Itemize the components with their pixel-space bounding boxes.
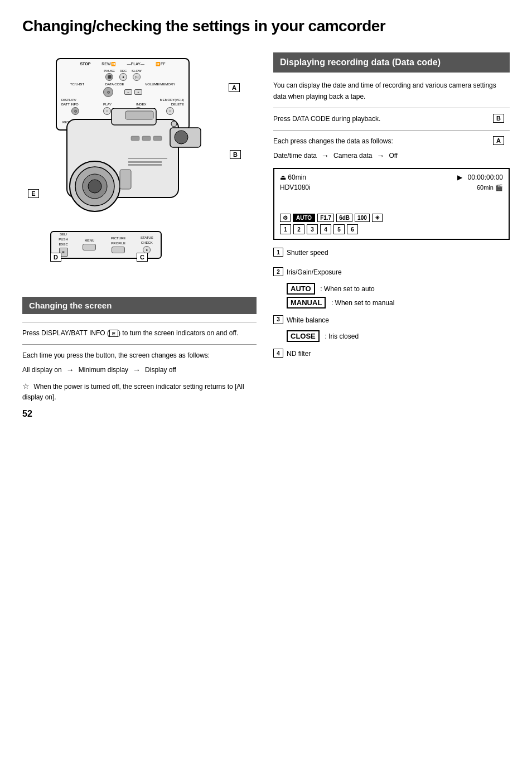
svg-point-6 [175, 131, 188, 144]
step-1-text: Shutter speed [287, 248, 328, 258]
step-4-text: ND filter [287, 349, 311, 359]
label-C: C [137, 253, 148, 262]
changing-screen-header: Changing the screen [22, 297, 257, 314]
display-remaining: 60min 🎬 [477, 184, 503, 191]
icon-aperture: F1.7 [317, 214, 334, 222]
num-2: 2 [293, 224, 304, 234]
arrow2: → [133, 365, 141, 374]
changing-screen-text2: Each time you press the button, the scre… [22, 350, 257, 361]
num-3: 3 [307, 224, 318, 234]
rarrow2: → [376, 151, 384, 160]
auto-label: AUTO [287, 283, 315, 295]
two-column-layout: STOP REW⏪ —PLAY— ⏩FF PAUSE ⬛ REC ● [22, 52, 510, 408]
page-number: 52 [22, 409, 32, 419]
display-numbers-row: 1 2 3 4 5 6 [280, 224, 503, 234]
label-B-right: B [493, 114, 504, 123]
rseq-3: Off [389, 152, 398, 160]
displaying-data-header: Displaying recording data (Data code) [273, 52, 510, 73]
seq-step2: Minimum display [79, 366, 128, 374]
camera-body [33, 108, 223, 237]
step-1-container: 1 Shutter speed [273, 248, 510, 263]
step-3-container: 3 White balance CLOSE : Iris closed [273, 315, 510, 344]
right-section-B: Press DATA CODE during playback. B [273, 114, 510, 124]
num-5: 5 [333, 224, 345, 234]
left-column: STOP REW⏪ —PLAY— ⏩FF PAUSE ⬛ REC ● [22, 52, 257, 408]
svg-rect-14 [128, 161, 162, 163]
display-row1: ⏏ 60min ▶ 00:00:00:00 [280, 173, 503, 181]
seq-step3: Display off [145, 366, 176, 374]
icon-gain: 6dB [336, 214, 352, 222]
num-4: 4 [320, 224, 331, 234]
step-3-box: 3 [273, 315, 283, 324]
close-label: CLOSE [287, 330, 320, 342]
camcorder-diagram: STOP REW⏪ —PLAY— ⏩FF PAUSE ⬛ REC ● [22, 52, 245, 287]
svg-rect-16 [120, 170, 131, 189]
label-E: E [28, 189, 39, 198]
arrow1: → [66, 365, 74, 374]
right-arrow-seq: Date/time data → Camera data → Off [273, 151, 510, 160]
tip-text: ☆ When the power is turned off, the scre… [22, 380, 257, 403]
icon-auto: AUTO [293, 214, 315, 222]
rseq-1: Date/time data [273, 152, 317, 160]
icon-settings: ⚙ [280, 214, 291, 222]
tip-icon: ☆ [22, 382, 30, 390]
step-4-box: 4 [273, 349, 283, 358]
data-display-box: ⏏ 60min ▶ 00:00:00:00 HDV1080i 60min 🎬 ⚙… [273, 168, 510, 240]
display-format: HDV1080i [280, 184, 311, 191]
page-title: Changing/checking the settings in your c… [22, 17, 510, 36]
svg-rect-11 [125, 111, 153, 119]
right-column: Displaying recording data (Data code) Yo… [273, 52, 510, 408]
step-4-container: 4 ND filter [273, 349, 510, 364]
rseq-2: Camera data [333, 152, 372, 160]
svg-rect-9 [142, 136, 151, 141]
step-1-box: 1 [273, 248, 283, 257]
changing-screen-text1: Press DISPLAY/BATT INFO (E) to turn the … [22, 328, 257, 339]
rarrow1: → [321, 151, 329, 160]
step-2-container: 2 Iris/Gain/Exposure AUTO : When set to … [273, 267, 510, 311]
svg-rect-8 [131, 136, 139, 141]
icon-iso: 100 [355, 214, 370, 222]
step-2-box: 2 [273, 267, 283, 276]
num-6: 6 [347, 224, 358, 234]
svg-point-4 [88, 180, 101, 193]
step-2-content: Iris/Gain/Exposure AUTO : When set to au… [287, 267, 394, 311]
right-section-A: Each press changes the data as follows: … [273, 136, 510, 147]
svg-point-12 [171, 121, 177, 127]
label-D: D [50, 253, 61, 262]
step-3-content: White balance CLOSE : Iris closed [287, 315, 359, 344]
label-A: A [229, 83, 240, 92]
changing-screen-section: Changing the screen Press DISPLAY/BATT I… [22, 297, 257, 403]
label-A-right: A [493, 136, 504, 145]
display-play-time: ▶ 00:00:00:00 [457, 173, 503, 181]
label-B: B [230, 150, 241, 159]
right-body-text1: You can display the date and time of rec… [273, 80, 510, 102]
svg-rect-10 [153, 136, 162, 141]
display-tape-icon: ⏏ 60min [280, 173, 306, 181]
manual-label: MANUAL [287, 297, 326, 308]
arrow-sequence: All display on → Minimum display → Displ… [22, 365, 257, 374]
seq-step1: All display on [22, 366, 62, 374]
svg-rect-15 [128, 164, 162, 166]
display-row2: HDV1080i 60min 🎬 [280, 184, 503, 191]
num-1: 1 [280, 224, 291, 234]
icon-wb: ☀ [372, 214, 383, 222]
display-icons-row: ⚙ AUTO F1.7 6dB 100 ☀ [280, 214, 503, 222]
page: Changing/checking the settings in your c… [0, 0, 532, 430]
